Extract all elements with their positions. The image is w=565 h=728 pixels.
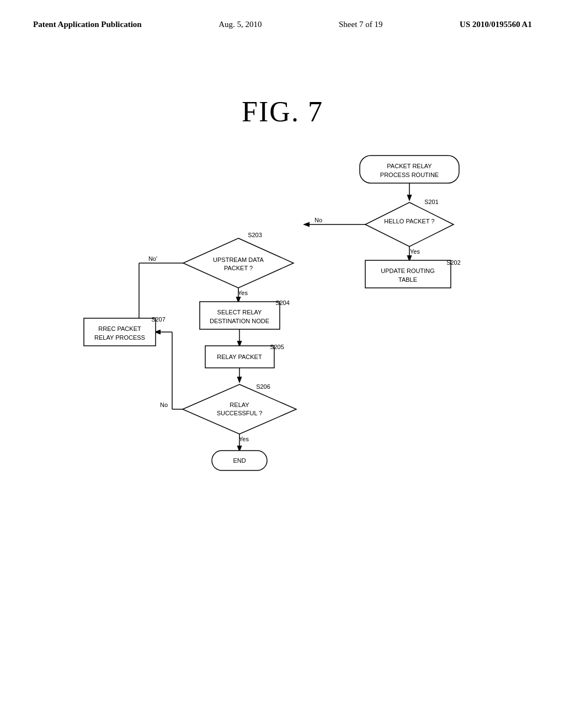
svg-text:RELAY: RELAY	[230, 402, 249, 408]
page-header: Patent Application Publication Aug. 5, 2…	[0, 0, 565, 29]
svg-text:DESTINATION NODE: DESTINATION NODE	[210, 318, 269, 324]
svg-text:S203: S203	[248, 232, 262, 238]
svg-text:END: END	[233, 457, 246, 464]
svg-text:S206: S206	[256, 383, 270, 390]
svg-text:PACKET RELAY: PACKET RELAY	[387, 163, 432, 169]
svg-text:No: No	[160, 402, 168, 408]
svg-text:HELLO PACKET ?: HELLO PACKET ?	[384, 218, 434, 224]
flowchart-diagram: PACKET RELAY PROCESS ROUTINE S201 HELLO …	[67, 150, 498, 602]
svg-text:No': No'	[148, 255, 157, 262]
svg-text:PROCESS ROUTINE: PROCESS ROUTINE	[380, 172, 439, 178]
svg-marker-16	[183, 238, 294, 288]
svg-text:S202: S202	[446, 259, 461, 266]
publication-date: Aug. 5, 2010	[218, 20, 262, 29]
publication-title: Patent Application Publication	[33, 20, 142, 29]
svg-text:UPSTREAM DATA: UPSTREAM DATA	[213, 256, 264, 263]
svg-rect-42	[84, 318, 156, 346]
svg-text:S207: S207	[151, 316, 166, 323]
svg-text:UPDATE ROUTING: UPDATE ROUTING	[381, 267, 435, 274]
svg-text:PACKET ?: PACKET ?	[224, 265, 253, 271]
svg-text:SUCCESSFUL ?: SUCCESSFUL ?	[217, 410, 263, 416]
svg-text:No: No	[315, 217, 322, 223]
svg-text:RELAY PACKET: RELAY PACKET	[217, 354, 262, 360]
svg-text:RELAY PROCESS: RELAY PROCESS	[94, 334, 145, 341]
sheet-info: Sheet 7 of 19	[339, 20, 383, 29]
figure-title: FIG. 7	[0, 95, 565, 128]
svg-text:S204: S204	[275, 299, 290, 306]
svg-text:TABLE: TABLE	[398, 276, 417, 283]
svg-text:S201: S201	[424, 199, 439, 205]
svg-rect-9	[365, 260, 451, 288]
patent-number: US 2010/0195560 A1	[460, 20, 532, 29]
svg-text:Yes: Yes	[238, 290, 248, 296]
svg-text:Yes: Yes	[410, 248, 420, 255]
svg-text:S205: S205	[270, 344, 284, 350]
svg-marker-5	[365, 202, 454, 247]
svg-text:RREC PACKET: RREC PACKET	[98, 325, 141, 332]
svg-text:Yes: Yes	[239, 436, 249, 442]
svg-rect-25	[200, 302, 280, 329]
svg-text:SELECT RELAY: SELECT RELAY	[217, 309, 263, 315]
svg-rect-0	[360, 156, 459, 183]
